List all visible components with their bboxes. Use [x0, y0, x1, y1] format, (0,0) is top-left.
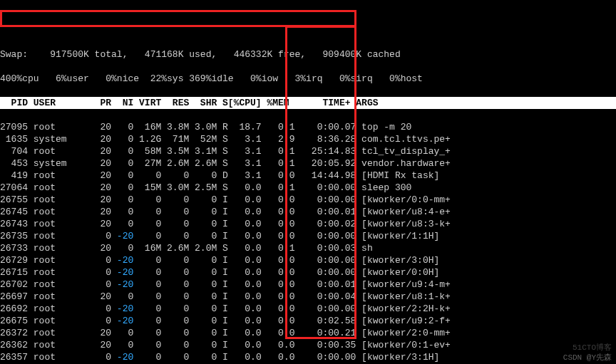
- process-row[interactable]: 26675 root 0 -20 0 0 0 I 0.0 0.0 0:02.58…: [0, 315, 616, 327]
- process-row[interactable]: 26743 root 20 0 0 0 0 I 0.0 0.0 0:00.02 …: [0, 218, 616, 230]
- process-row[interactable]: 26733 root 20 0 16M 2.6M 2.0M S 0.0 0.1 …: [0, 242, 616, 254]
- highlight-box-cpu-summary: [0, 10, 356, 27]
- process-row[interactable]: 704 root 20 0 58M 3.5M 3.1M S 3.1 0.1 25…: [0, 145, 616, 157]
- process-row[interactable]: 26735 root 0 -20 0 0 0 I 0.0 0.0 0:00.00…: [0, 230, 616, 242]
- process-row[interactable]: 26357 root 0 -20 0 0 0 I 0.0 0.0 0:00.00…: [0, 351, 616, 363]
- process-row[interactable]: 453 system 20 0 27M 2.6M 2.6M S 3.1 0.1 …: [0, 157, 616, 170]
- csdn-attribution: CSDN @Y先森: [563, 352, 612, 364]
- process-row[interactable]: 26372 root 20 0 0 0 0 I 0.0 0.0 0:00.21 …: [0, 327, 616, 339]
- process-row[interactable]: 26692 root 0 -20 0 0 0 I 0.0 0.0 0:00.00…: [0, 303, 616, 315]
- swap-top-line: Swap: 917500K total, 471168K used, 44633…: [0, 48, 616, 61]
- process-row[interactable]: 27095 root 20 0 16M 3.8M 3.0M R 18.7 0.1…: [0, 121, 616, 133]
- process-row[interactable]: 26745 root 20 0 0 0 0 I 0.0 0.0 0:00.01 …: [0, 206, 616, 218]
- process-table-header: PID USER PR NI VIRT RES SHR S[%CPU] %MEM…: [0, 97, 616, 109]
- process-row[interactable]: 26697 root 20 0 0 0 0 I 0.0 0.0 0:00.04 …: [0, 291, 616, 303]
- process-row[interactable]: 26702 root 0 -20 0 0 0 I 0.0 0.0 0:00.01…: [0, 279, 616, 291]
- process-row[interactable]: 1635 system 20 0 1.2G 71M 52M S 3.1 2.9 …: [0, 133, 616, 145]
- process-row[interactable]: 26755 root 20 0 0 0 0 I 0.0 0.0 0:00.00 …: [0, 194, 616, 206]
- process-row[interactable]: 26362 root 20 0 0 0 0 I 0.0 0.0 0:00.35 …: [0, 339, 616, 351]
- cpu-summary-line: 400%cpu 6%user 0%nice 22%sys 369%idle 0%…: [0, 73, 616, 85]
- process-row[interactable]: 419 root 20 0 0 0 0 D 3.1 0.0 14:44.98 […: [0, 170, 616, 182]
- process-row[interactable]: 27064 root 20 0 15M 3.0M 2.5M S 0.0 0.1 …: [0, 182, 616, 194]
- process-row[interactable]: 26715 root 0 -20 0 0 0 I 0.0 0.0 0:00.00…: [0, 266, 616, 279]
- process-row[interactable]: 26729 root 0 -20 0 0 0 I 0.0 0.0 0:00.00…: [0, 254, 616, 266]
